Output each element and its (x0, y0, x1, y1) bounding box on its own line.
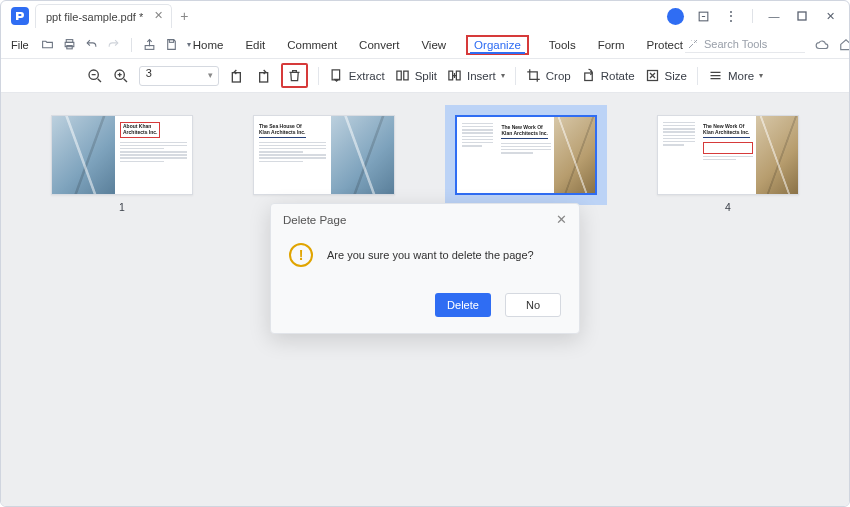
open-icon[interactable] (41, 38, 54, 51)
svg-rect-1 (798, 12, 806, 20)
cloud-icon[interactable] (815, 38, 829, 52)
size-button[interactable]: Size (645, 68, 687, 83)
zoom-in-icon[interactable] (113, 68, 129, 84)
print-icon[interactable] (63, 38, 76, 51)
quick-access: ▾ (41, 38, 191, 52)
crop-label: Crop (546, 70, 571, 82)
more-label: More (728, 70, 754, 82)
close-tab-icon[interactable]: ✕ (154, 9, 163, 22)
app-menu-icon[interactable] (694, 7, 712, 25)
svg-rect-6 (169, 40, 173, 43)
thumbnail-canvas: About Khan Architects Inc. 1 The Sea Hou… (1, 93, 849, 506)
tab-convert[interactable]: Convert (357, 35, 401, 55)
tab-form[interactable]: Form (596, 35, 627, 55)
user-avatar[interactable] (667, 8, 684, 25)
insert-icon (447, 68, 462, 83)
svg-rect-14 (449, 71, 453, 80)
rotate-button[interactable]: Rotate (581, 68, 635, 83)
rotate-label: Rotate (601, 70, 635, 82)
warning-icon: ! (289, 243, 313, 267)
split-label: Split (415, 70, 437, 82)
maximize-icon[interactable] (793, 7, 811, 25)
more-icon (708, 68, 723, 83)
rotate-left-icon[interactable] (229, 68, 245, 84)
chevron-down-icon[interactable]: ▾ (208, 70, 213, 80)
dialog-close-icon[interactable]: ✕ (556, 212, 567, 227)
split-icon (395, 68, 410, 83)
search-placeholder: Search Tools (704, 38, 767, 50)
chevron-down-icon: ▾ (501, 71, 505, 80)
new-tab-button[interactable]: + (180, 8, 188, 24)
menubar: File ▾ Home Edit Comment Convert View Or… (1, 31, 849, 59)
size-icon (645, 68, 660, 83)
titlebar: ppt file-sample.pdf * ✕ + ⋮ ― ✕ (1, 1, 849, 31)
size-label: Size (665, 70, 687, 82)
app-icon (11, 7, 29, 25)
home-icon[interactable] (839, 38, 850, 52)
share-icon[interactable] (143, 38, 156, 51)
document-tab[interactable]: ppt file-sample.pdf * ✕ (35, 4, 172, 28)
more-button[interactable]: More ▾ (708, 68, 763, 83)
wand-icon (687, 38, 699, 50)
svg-rect-9 (232, 72, 240, 81)
dialog-title: Delete Page (283, 214, 346, 226)
delete-confirm-button[interactable]: Delete (435, 293, 491, 317)
menubar-right: Search Tools (685, 36, 850, 53)
insert-button[interactable]: Insert ▾ (447, 68, 505, 83)
tab-view[interactable]: View (419, 35, 448, 55)
no-button[interactable]: No (505, 293, 561, 317)
extract-label: Extract (349, 70, 385, 82)
zoom-out-icon[interactable] (87, 68, 103, 84)
svg-rect-11 (332, 70, 340, 80)
trash-icon (287, 68, 302, 83)
rotate-icon (581, 68, 596, 83)
crop-button[interactable]: Crop (526, 68, 571, 83)
tab-organize[interactable]: Organize (466, 35, 529, 55)
document-tab-title: ppt file-sample.pdf * (46, 11, 143, 23)
svg-rect-15 (456, 71, 460, 80)
svg-rect-12 (397, 71, 401, 80)
kebab-menu-icon[interactable]: ⋮ (722, 7, 740, 25)
close-window-icon[interactable]: ✕ (821, 7, 839, 25)
undo-icon[interactable] (85, 38, 98, 51)
extract-button[interactable]: Extract (329, 68, 385, 83)
tab-protect[interactable]: Protect (644, 35, 684, 55)
svg-rect-13 (403, 71, 407, 80)
delete-page-dialog: Delete Page ✕ ! Are you sure you want to… (270, 203, 580, 334)
main-tabs: Home Edit Comment Convert View Organize … (191, 35, 685, 55)
page-number-input[interactable]: 3 ▾ (139, 66, 219, 86)
save-icon[interactable] (165, 38, 178, 51)
organize-toolbar: 3 ▾ Extract Split Insert ▾ Crop Rotate S… (1, 59, 849, 93)
insert-label: Insert (467, 70, 496, 82)
rotate-right-icon[interactable] (255, 68, 271, 84)
svg-rect-5 (145, 46, 154, 50)
delete-page-button[interactable] (281, 63, 308, 88)
search-tools[interactable]: Search Tools (685, 36, 805, 53)
tab-edit[interactable]: Edit (243, 35, 267, 55)
svg-rect-10 (259, 72, 267, 81)
tab-home[interactable]: Home (191, 35, 226, 55)
redo-icon[interactable] (107, 38, 120, 51)
dialog-message: Are you sure you want to delete the page… (327, 249, 534, 261)
crop-icon (526, 68, 541, 83)
modal-overlay: Delete Page ✕ ! Are you sure you want to… (1, 93, 849, 506)
split-button[interactable]: Split (395, 68, 437, 83)
minimize-icon[interactable]: ― (765, 7, 783, 25)
chevron-down-icon: ▾ (759, 71, 763, 80)
page-number-value: 3 (146, 67, 152, 79)
extract-icon (329, 68, 344, 83)
file-menu[interactable]: File (11, 39, 29, 51)
tab-comment[interactable]: Comment (285, 35, 339, 55)
tab-tools[interactable]: Tools (547, 35, 578, 55)
titlebar-right: ⋮ ― ✕ (667, 7, 843, 25)
